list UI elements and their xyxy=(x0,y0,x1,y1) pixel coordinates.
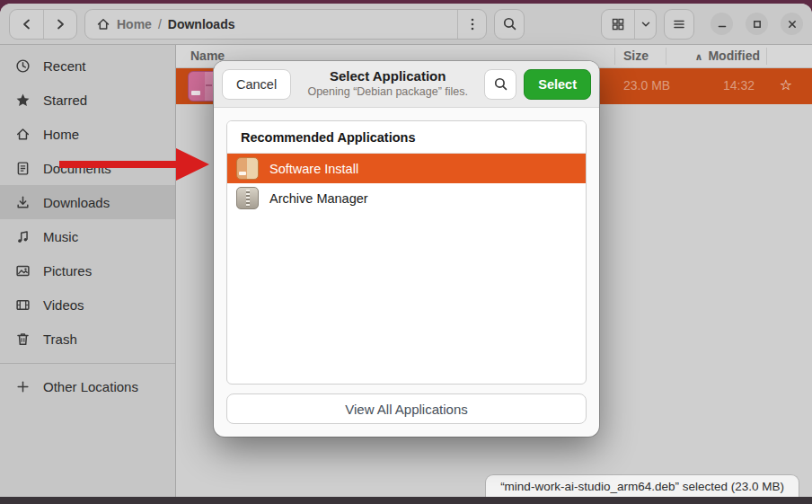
sidebar-item-label: Pictures xyxy=(43,263,92,279)
sidebar-item-label: Other Locations xyxy=(43,379,138,394)
breadcrumb[interactable]: Home / Downloads xyxy=(84,9,487,40)
maximize-icon xyxy=(752,19,763,30)
annotation-arrow-icon xyxy=(54,144,216,185)
search-button[interactable] xyxy=(494,9,525,40)
music-note-icon xyxy=(15,229,31,244)
app-name: Software Install xyxy=(269,162,358,176)
application-list: Recommended Applications Software Instal… xyxy=(226,120,587,385)
home-icon xyxy=(96,17,110,31)
grid-view-icon xyxy=(611,17,625,31)
download-icon xyxy=(15,195,31,210)
dialog-headerbar: Cancel Select Application Opening “Debia… xyxy=(214,61,599,108)
desktop-edge xyxy=(0,497,812,504)
cancel-button[interactable]: Cancel xyxy=(222,69,291,100)
sort-ascending-icon: ∧ xyxy=(695,51,703,62)
column-header-name[interactable]: Name xyxy=(190,49,225,63)
document-icon xyxy=(15,161,31,176)
minimize-button[interactable] xyxy=(710,13,733,35)
path-menu-button[interactable] xyxy=(457,10,486,39)
app-row-software-install[interactable]: Software Install xyxy=(227,154,586,183)
sidebar-item-label: Recent xyxy=(43,58,86,74)
plus-icon xyxy=(15,379,31,394)
breadcrumb-current[interactable]: Downloads xyxy=(168,17,235,31)
film-icon xyxy=(15,297,31,313)
grid-view-button[interactable] xyxy=(602,10,634,39)
column-header-size[interactable]: Size xyxy=(623,49,649,63)
sidebar-item-label: Home xyxy=(43,127,79,142)
column-header-modified[interactable]: ∧Modified xyxy=(695,49,760,63)
hamburger-menu-icon xyxy=(672,17,686,31)
window-controls xyxy=(710,13,803,35)
recommended-applications-header: Recommended Applications xyxy=(227,121,586,154)
sidebar-item-trash[interactable]: Trash xyxy=(0,322,175,356)
close-button[interactable] xyxy=(781,13,803,35)
back-button[interactable] xyxy=(10,10,43,39)
sidebar-item-label: Downloads xyxy=(43,195,110,210)
clock-icon xyxy=(15,58,31,74)
search-icon xyxy=(493,76,508,92)
star-icon xyxy=(15,93,31,108)
minimize-icon xyxy=(717,19,728,30)
headerbar: Home / Downloads xyxy=(0,4,812,45)
forward-button[interactable] xyxy=(43,10,76,39)
maximize-button[interactable] xyxy=(746,13,768,35)
select-application-dialog: Cancel Select Application Opening “Debia… xyxy=(214,61,599,437)
status-bar: “mind-work-ai-studio_arm64.deb” selected… xyxy=(485,474,799,497)
chevron-down-icon xyxy=(640,18,652,31)
dialog-subtitle: Opening “Debian package” files. xyxy=(298,85,477,100)
deb-package-icon xyxy=(236,157,259,180)
select-button[interactable]: Select xyxy=(524,69,591,100)
sidebar-item-label: Starred xyxy=(43,93,87,108)
app-name: Archive Manager xyxy=(269,191,368,206)
trash-icon xyxy=(15,332,31,347)
sidebar-item-other-locations[interactable]: Other Locations xyxy=(0,369,175,403)
view-options-button[interactable] xyxy=(634,10,656,39)
sidebar-item-downloads[interactable]: Downloads xyxy=(0,185,175,219)
sidebar-item-label: Trash xyxy=(43,332,77,347)
status-text: “mind-work-ai-studio_arm64.deb” selected… xyxy=(500,480,784,493)
view-toggle-group xyxy=(601,9,657,40)
main-menu-button[interactable] xyxy=(664,9,694,40)
sidebar: Recent Starred Home Documents xyxy=(0,45,176,497)
kebab-menu-icon xyxy=(465,17,480,31)
chevron-left-icon xyxy=(20,17,34,31)
breadcrumb-parent[interactable]: Home xyxy=(117,17,152,31)
sidebar-item-label: Videos xyxy=(43,297,84,313)
dialog-search-button[interactable] xyxy=(484,69,516,100)
sidebar-item-recent[interactable]: Recent xyxy=(0,49,175,83)
search-icon xyxy=(502,16,517,31)
sidebar-item-pictures[interactable]: Pictures xyxy=(0,253,175,287)
app-row-archive-manager[interactable]: Archive Manager xyxy=(227,183,586,213)
sidebar-item-label: Music xyxy=(43,229,78,244)
dialog-title: Select Application xyxy=(298,68,477,85)
picture-icon xyxy=(15,263,31,279)
breadcrumb-separator: / xyxy=(158,17,162,31)
sidebar-item-starred[interactable]: Starred xyxy=(0,83,175,117)
sidebar-separator xyxy=(0,363,175,364)
star-outline-icon[interactable]: ☆ xyxy=(780,76,792,93)
sidebar-item-music[interactable]: Music xyxy=(0,219,175,253)
chevron-right-icon xyxy=(53,17,67,31)
view-all-applications-button[interactable]: View All Applications xyxy=(226,393,587,424)
file-modified-time: 14:32 xyxy=(723,78,755,93)
close-icon xyxy=(787,19,798,30)
file-size: 23.0 MB xyxy=(623,78,670,93)
sidebar-item-videos[interactable]: Videos xyxy=(0,287,175,322)
zip-archive-icon xyxy=(236,187,259,209)
home-icon xyxy=(15,127,31,142)
history-nav-group xyxy=(9,9,77,40)
